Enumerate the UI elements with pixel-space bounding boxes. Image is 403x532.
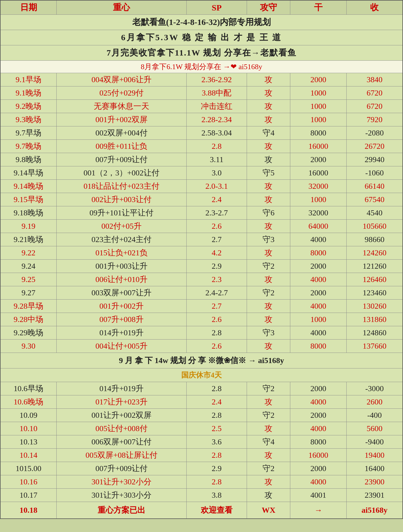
table-cell: 2.8	[186, 409, 247, 422]
table-cell: 007升+009让付	[57, 153, 186, 166]
table-cell: 002双屏+004付	[57, 126, 186, 140]
table-cell: 006让付+010升	[57, 273, 186, 286]
table-cell: 2.36-2.92	[186, 73, 247, 86]
table-row: 9.28中场007升+008升2.6攻1000131860	[0, 313, 403, 326]
table-row: 10.17301让升+303小分3.8攻400123901	[0, 489, 403, 502]
table-cell: 2.3-2.7	[186, 206, 247, 220]
table-cell: 32000	[290, 180, 347, 193]
table-cell: 9.1早场	[0, 73, 57, 86]
table-cell: 9.19	[0, 220, 57, 233]
table-cell: 守2	[247, 409, 290, 422]
banner-2: 6月拿下5.3W 稳 定 输 出 才 是 王 道	[0, 30, 403, 45]
table-row: 9.27003双屏+007让升2.4-2.7守22000123460	[0, 286, 403, 300]
table-cell: 8000	[290, 340, 347, 353]
table-cell: 8000	[290, 246, 347, 260]
table-cell: 攻	[247, 180, 290, 193]
table-cell: 守3	[247, 233, 290, 246]
table-cell: 2600	[346, 395, 403, 409]
col-goushou: 攻守	[247, 0, 290, 15]
table-cell: 10.17	[0, 489, 57, 502]
table-cell: 7920	[346, 113, 403, 126]
table-cell: 123460	[346, 286, 403, 300]
table-cell: 攻	[247, 489, 290, 502]
table-cell: 9.7晚场	[0, 140, 57, 153]
table-row: 9.1早场004双屏+006让升2.36-2.92攻20003840	[0, 73, 403, 86]
table-cell: 6720	[346, 86, 403, 100]
table-cell: 131860	[346, 313, 403, 326]
table-cell: 10.6早场	[0, 382, 57, 395]
table-cell: 9.8晚场	[0, 153, 57, 166]
table-cell: 9.28早场	[0, 300, 57, 313]
table-cell: 105660	[346, 220, 403, 233]
table-cell: 守6	[247, 206, 290, 220]
table-cell: 9.14晚场	[0, 180, 57, 193]
table-cell: 攻	[247, 300, 290, 313]
table-cell: 攻	[247, 395, 290, 409]
table-cell: 1015.00	[0, 462, 57, 475]
table-cell: 9.22	[0, 246, 57, 260]
table-cell: 2.6	[186, 220, 247, 233]
table-cell: 守4	[247, 435, 290, 449]
table-cell: 2.58-3.04	[186, 126, 247, 140]
table-row: 10.6晚场017让升+023升2.4攻40002600	[0, 395, 403, 409]
table-cell: 007升+008升	[57, 313, 186, 326]
table-cell: 002付+05升	[57, 220, 186, 233]
table-cell: 10.14	[0, 449, 57, 462]
table-cell: 1000	[290, 113, 347, 126]
table-cell: 005双屏+08让屏让付	[57, 449, 186, 462]
table-cell: 67540	[346, 193, 403, 206]
table-cell: 2.8	[186, 382, 247, 395]
table-cell: 2.9	[186, 462, 247, 475]
table-row: 1015.00007升+009让付2.9守2200016400	[0, 462, 403, 475]
table-cell: 9.21晚场	[0, 233, 57, 246]
table-cell: 9.18晚场	[0, 206, 57, 220]
table-cell: 23900	[346, 475, 403, 489]
table-cell: 2.8	[186, 326, 247, 340]
table-row: 9.3晚场001升+002双屏2.28-2.34攻10007920	[0, 113, 403, 126]
table-cell: 2000	[290, 409, 347, 422]
table-cell: 2.4	[186, 193, 247, 206]
table-row: 10.10005让付+008付2.5攻40005600	[0, 422, 403, 435]
table-cell: 1000	[290, 100, 347, 113]
footer-cell-5: ai5168y	[346, 502, 403, 519]
table-row: 10.14005双屏+08让屏让付2.8攻1600019400	[0, 449, 403, 462]
table-row: 9.22015让负+021负4.2攻8000124260	[0, 246, 403, 260]
footer-cell-2: 欢迎查看	[186, 502, 247, 519]
banner-1: 老默看鱼(1-2-4-8-16-32)内部专用规划	[0, 15, 403, 30]
main-table: 日期 重心 SP 攻守 干 收 老默看鱼(1-2-4-8-16-32)内部专用规…	[0, 0, 403, 519]
table-cell: 8000	[290, 435, 347, 449]
table-cell: 1000	[290, 193, 347, 206]
table-cell: 9.7早场	[0, 126, 57, 140]
table-row: 9.28早场001升+002升2.7攻4000130260	[0, 300, 403, 313]
table-cell: 9.30	[0, 340, 57, 353]
table-cell: 攻	[247, 246, 290, 260]
table-row: 9.29晚场014升+019升2.8守34000124860	[0, 326, 403, 340]
table-cell: 4001	[290, 489, 347, 502]
table-cell: 3.11	[186, 153, 247, 166]
table-cell: 9.24	[0, 260, 57, 273]
table-cell: -1060	[346, 166, 403, 180]
table-cell: 16000	[290, 449, 347, 462]
table-cell: 32000	[290, 206, 347, 220]
table-cell: 2.6	[186, 313, 247, 326]
table-cell: 001升+002升	[57, 300, 186, 313]
table-cell: 10.10	[0, 422, 57, 435]
table-cell: 2000	[290, 462, 347, 475]
table-cell: 攻	[247, 113, 290, 126]
table-cell: 301让升+303小分	[57, 489, 186, 502]
table-cell: 4.2	[186, 246, 247, 260]
table-cell: 9.3晚场	[0, 113, 57, 126]
table-cell: 6720	[346, 100, 403, 113]
table-row: 9.18晚场09升+101让平让付2.3-2.7守6320004540	[0, 206, 403, 220]
table-cell: 守5	[247, 166, 290, 180]
table-row: 10.09001让升+002双屏2.8守22000-400	[0, 409, 403, 422]
table-cell: 9.14早场	[0, 166, 57, 180]
footer-cell-3: WX	[247, 502, 290, 519]
table-cell: 攻	[247, 340, 290, 353]
table-cell: 001（2，3）+002让付	[57, 166, 186, 180]
table-cell: 2000	[290, 382, 347, 395]
table-cell: 4540	[346, 206, 403, 220]
table-cell: 2.7	[186, 300, 247, 313]
table-cell: 攻	[247, 422, 290, 435]
table-cell: 攻	[247, 220, 290, 233]
